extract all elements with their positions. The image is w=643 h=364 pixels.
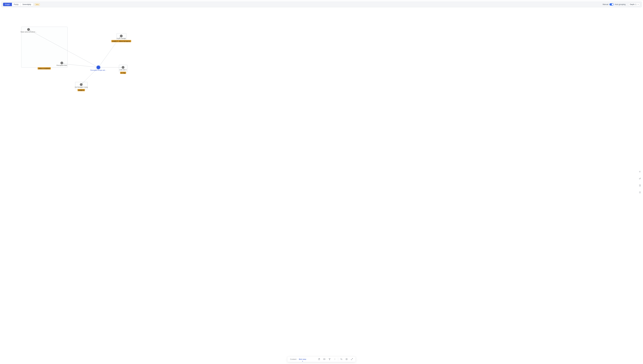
topbar: Graph Fuzzy Serendipity beta Manual Auto… [1, 2, 642, 7]
graph-canvas[interactable]: Perception scope wid… Vipas sana and per… [0, 7, 643, 362]
svg-point-7 [335, 360, 335, 360]
chevron-down-icon [637, 4, 639, 5]
node-vipas[interactable] [27, 28, 30, 31]
node-move[interactable] [120, 34, 123, 37]
bottom-icons-left [308, 357, 338, 362]
view-tab-serendipity[interactable]: Serendipity [21, 3, 33, 6]
svg-rect-22 [640, 186, 641, 186]
node-hex-label: me-hexagon-1.png [75, 86, 88, 88]
svg-rect-10 [346, 358, 347, 360]
grouping-toggle: Manual Auto grouping [603, 3, 625, 6]
toggle-label-auto: Auto grouping [615, 4, 625, 6]
svg-point-5 [335, 358, 335, 359]
node-move-label: move change [117, 38, 126, 39]
svg-line-12 [352, 358, 353, 359]
tag-group-lists: no tag [120, 72, 126, 74]
fork-icon[interactable] [327, 357, 332, 362]
menu-icon[interactable] [638, 170, 641, 173]
node-vipas-label: Vipas sana and perce… [20, 31, 37, 33]
right-rail [638, 169, 642, 195]
svg-point-6 [335, 359, 335, 359]
bottom-tab-birdview[interactable]: Bird view [299, 358, 306, 360]
nodes-layer: Perception scope wid… Vipas sana and per… [0, 7, 643, 362]
bottom-toolbar: Content Bird view [287, 356, 356, 362]
view-tab-graph[interactable]: Graph [3, 3, 12, 6]
grouping-switch[interactable] [609, 3, 614, 6]
node-lists-label: Lists test 1 [119, 69, 127, 70]
column-icon[interactable] [339, 357, 344, 362]
svg-point-20 [639, 186, 640, 186]
node-center[interactable] [97, 66, 100, 69]
book-icon[interactable] [322, 357, 327, 362]
svg-rect-0 [318, 358, 320, 360]
view-tab-fuzzy[interactable]: Fuzzy [12, 3, 21, 6]
beta-badge: beta [35, 3, 40, 6]
more-icon[interactable] [333, 357, 337, 362]
node-perc-lens-label: Perception lens [57, 64, 67, 66]
svg-line-13 [351, 359, 352, 360]
bottom-tab-content[interactable]: Content [290, 358, 296, 360]
sidebar-icon[interactable] [344, 357, 349, 362]
bookmark-icon[interactable] [638, 191, 641, 194]
node-hex[interactable] [80, 83, 83, 86]
svg-rect-21 [640, 185, 641, 185]
note-icon[interactable] [317, 357, 321, 362]
tag-group-move: weight:2, status:inprogress [111, 40, 131, 42]
tag-group-large: status:completed [38, 67, 51, 70]
node-center-label: Perception scope wid… [90, 69, 106, 71]
svg-point-19 [639, 185, 640, 185]
swap-icon[interactable] [638, 177, 641, 180]
timeline-icon[interactable] [638, 184, 641, 187]
view-tabs: Graph Fuzzy Serendipity [3, 3, 33, 6]
node-perc-lens[interactable] [60, 62, 63, 64]
bottom-tabs: Content Bird view [288, 358, 308, 360]
node-lists[interactable] [122, 66, 124, 69]
tag-group-hex: weight:4 [78, 89, 85, 91]
top-rule [0, 0, 643, 1]
bottom-icons-right [338, 357, 355, 362]
toggle-label-manual: Manual [603, 4, 608, 6]
expand-icon[interactable] [350, 357, 354, 362]
depth-label: Depth: 1 [630, 4, 636, 6]
depth-select[interactable]: Depth: 1 [628, 3, 640, 6]
